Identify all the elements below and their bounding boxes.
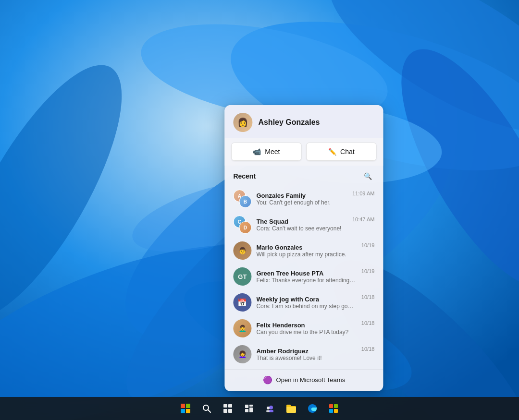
svg-rect-31 bbox=[329, 404, 333, 408]
svg-rect-26 bbox=[249, 408, 253, 412]
user-avatar: 👩 bbox=[233, 113, 252, 132]
chat-avatar-felix: 👨‍🦱 bbox=[233, 319, 251, 337]
svg-rect-20 bbox=[228, 404, 232, 408]
meet-icon: 📹 bbox=[253, 148, 261, 156]
svg-rect-21 bbox=[223, 409, 227, 413]
chat-item-mario-gonzales[interactable]: 👨 Mario Gonzales Will pick up pizza afte… bbox=[228, 238, 379, 264]
taskbar-icons bbox=[176, 399, 343, 418]
chat-name-6: Amber Rodriguez bbox=[256, 348, 356, 355]
widgets-icon[interactable] bbox=[239, 399, 259, 418]
task-view-icon[interactable] bbox=[218, 399, 237, 418]
chat-time-3: 10/19 bbox=[361, 267, 375, 274]
chat-preview-5: Can you drive me to the PTA today? bbox=[256, 329, 356, 336]
chat-item-weekly-jog[interactable]: 📅 Weekly jog with Cora Cora: I am so beh… bbox=[228, 289, 379, 315]
user-name: Ashley Gonzales bbox=[258, 118, 320, 127]
chat-info-mario: Mario Gonzales Will pick up pizza after … bbox=[256, 244, 356, 258]
chat-preview-4: Cora: I am so behind on my step goals. bbox=[256, 303, 356, 310]
chat-name-4: Weekly jog with Cora bbox=[256, 296, 356, 303]
chat-time-4: 10/18 bbox=[361, 293, 375, 300]
svg-rect-23 bbox=[245, 405, 248, 408]
chat-item-gonzales-family[interactable]: A B Gonzales Family You: Can't get enoug… bbox=[228, 186, 379, 212]
chat-info-weekly-jog: Weekly jog with Cora Cora: I am so behin… bbox=[256, 296, 356, 310]
svg-rect-22 bbox=[228, 409, 232, 413]
chat-item-green-tree-house[interactable]: GT Green Tree House PTA Felix: Thanks ev… bbox=[228, 264, 379, 289]
chat-info-gonzales-family: Gonzales Family You: Can't get enough of… bbox=[256, 192, 347, 206]
chat-avatar-weekly-jog: 📅 bbox=[233, 293, 251, 312]
chat-time-6: 10/18 bbox=[361, 345, 375, 352]
chat-item-the-squad[interactable]: C D The Squad Cora: Can't wait to see ev… bbox=[228, 212, 379, 238]
search-taskbar-icon[interactable] bbox=[197, 399, 216, 418]
chat-time-5: 10/18 bbox=[361, 319, 375, 326]
chat-preview-0: You: Can't get enough of her. bbox=[256, 199, 347, 206]
chat-label: Chat bbox=[340, 148, 355, 156]
chat-time-1: 10:47 AM bbox=[352, 216, 374, 222]
recent-label: Recent bbox=[233, 172, 256, 180]
action-buttons-container: 📹 Meet ✏️ Chat bbox=[224, 138, 383, 166]
chat-name-5: Felix Henderson bbox=[256, 322, 356, 329]
svg-rect-32 bbox=[334, 404, 338, 408]
chat-preview-6: That is awesome! Love it! bbox=[256, 355, 356, 361]
chat-name-2: Mario Gonzales bbox=[256, 244, 356, 251]
svg-rect-19 bbox=[223, 404, 227, 408]
chat-info-the-squad: The Squad Cora: Can't wait to see everyo… bbox=[256, 218, 347, 232]
open-teams-label: Open in Microsoft Teams bbox=[276, 376, 346, 384]
chat-info-amber: Amber Rodriguez That is awesome! Love it… bbox=[256, 348, 356, 361]
chat-panel: 👩 Ashley Gonzales 📹 Meet ✏️ Chat Recent … bbox=[224, 105, 383, 391]
chat-avatar-the-squad: C D bbox=[233, 216, 251, 234]
chat-info-gt: Green Tree House PTA Felix: Thanks every… bbox=[256, 270, 356, 284]
panel-header: 👩 Ashley Gonzales bbox=[224, 105, 383, 138]
svg-rect-34 bbox=[334, 409, 338, 413]
chat-time-2: 10/19 bbox=[361, 241, 375, 248]
teams-logo-icon: 🟣 bbox=[263, 375, 272, 384]
chat-item-amber-rodriguez[interactable]: 👩‍🦱 Amber Rodriguez That is awesome! Lov… bbox=[228, 341, 379, 367]
svg-rect-15 bbox=[181, 409, 185, 413]
taskbar bbox=[0, 397, 519, 420]
store-icon[interactable] bbox=[324, 399, 343, 418]
svg-rect-16 bbox=[186, 409, 190, 413]
file-explorer-icon[interactable] bbox=[282, 399, 301, 418]
chat-name-0: Gonzales Family bbox=[256, 192, 347, 199]
recent-header: Recent 🔍 bbox=[224, 166, 383, 186]
svg-line-18 bbox=[208, 410, 211, 413]
meet-label: Meet bbox=[265, 148, 280, 156]
chat-time-0: 11:09 AM bbox=[352, 190, 374, 196]
chat-avatar-amber: 👩‍🦱 bbox=[233, 345, 251, 363]
chat-preview-2: Will pick up pizza after my practice. bbox=[256, 251, 356, 258]
svg-rect-30 bbox=[266, 410, 270, 412]
chat-preview-3: Felix: Thanks everyone for attending tod… bbox=[256, 277, 356, 284]
svg-rect-25 bbox=[245, 409, 248, 412]
chat-avatar-gonzales-family: A B bbox=[233, 190, 251, 208]
chat-preview-1: Cora: Can't wait to see everyone! bbox=[256, 225, 347, 232]
svg-rect-13 bbox=[181, 404, 185, 408]
open-teams-button[interactable]: 🟣 Open in Microsoft Teams bbox=[224, 369, 383, 391]
chat-button[interactable]: ✏️ Chat bbox=[306, 143, 376, 161]
meet-button[interactable]: 📹 Meet bbox=[231, 143, 301, 161]
search-recent-button[interactable]: 🔍 bbox=[361, 169, 374, 183]
svg-point-29 bbox=[267, 407, 270, 409]
chat-icon: ✏️ bbox=[328, 148, 336, 156]
chat-info-felix: Felix Henderson Can you drive me to the … bbox=[256, 322, 356, 336]
teams-chat-icon[interactable] bbox=[260, 399, 280, 418]
svg-rect-14 bbox=[186, 404, 190, 408]
desktop: 👩 Ashley Gonzales 📹 Meet ✏️ Chat Recent … bbox=[0, 0, 519, 420]
start-button[interactable] bbox=[176, 399, 195, 418]
chat-item-felix-henderson[interactable]: 👨‍🦱 Felix Henderson Can you drive me to … bbox=[228, 315, 379, 341]
svg-point-27 bbox=[269, 406, 273, 409]
chat-list: A B Gonzales Family You: Can't get enoug… bbox=[224, 186, 383, 367]
chat-name-3: Green Tree House PTA bbox=[256, 270, 356, 277]
svg-rect-24 bbox=[249, 405, 253, 407]
chat-avatar-gt: GT bbox=[233, 267, 251, 286]
chat-avatar-mario: 👨 bbox=[233, 241, 251, 260]
edge-icon[interactable] bbox=[303, 399, 322, 418]
chat-name-1: The Squad bbox=[256, 218, 347, 225]
svg-rect-33 bbox=[329, 409, 333, 413]
